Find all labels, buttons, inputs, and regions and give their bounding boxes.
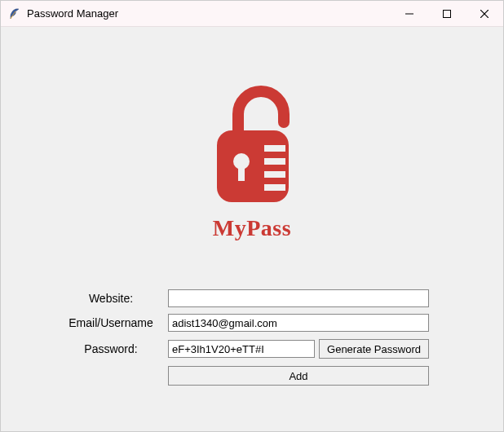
row-email: Email/Username: [54, 312, 462, 333]
website-label: Website:: [54, 292, 168, 305]
row-password: Password: Generate Password: [54, 338, 462, 359]
svg-rect-5: [264, 145, 285, 152]
svg-rect-8: [264, 184, 285, 191]
client-area: MyPass Website: Email/Username Password:…: [1, 27, 503, 431]
window-controls: [391, 1, 503, 26]
row-add: Add: [54, 364, 462, 387]
logo: MyPass: [179, 80, 325, 241]
generate-password-button[interactable]: Generate Password: [319, 339, 429, 359]
svg-rect-4: [217, 130, 289, 202]
titlebar: Password Manager: [1, 1, 503, 27]
svg-rect-1: [444, 11, 451, 18]
password-label: Password:: [54, 342, 168, 355]
svg-rect-10: [238, 166, 245, 181]
minimize-button[interactable]: [391, 1, 428, 27]
website-input[interactable]: [168, 289, 429, 307]
lock-icon: [199, 80, 305, 210]
row-website: Website:: [54, 288, 462, 309]
app-icon: [7, 7, 20, 20]
email-input[interactable]: [168, 314, 429, 332]
brand-text: MyPass: [213, 215, 291, 241]
maximize-button[interactable]: [428, 1, 466, 27]
add-button[interactable]: Add: [168, 366, 429, 386]
window-title: Password Manager: [27, 7, 391, 20]
app-window: Password Manager: [0, 0, 504, 432]
form: Website: Email/Username Password: Genera…: [54, 288, 462, 390]
svg-rect-6: [264, 158, 285, 165]
close-button[interactable]: [466, 1, 503, 27]
password-input[interactable]: [168, 340, 315, 358]
svg-rect-7: [264, 171, 285, 178]
email-label: Email/Username: [54, 316, 168, 329]
